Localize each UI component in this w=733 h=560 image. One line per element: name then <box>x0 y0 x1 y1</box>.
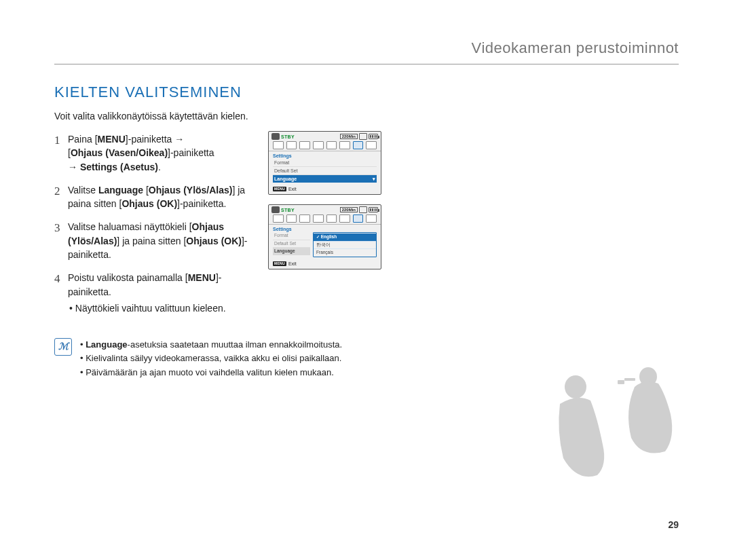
exit-label: Exit <box>288 261 297 266</box>
page-number: 29 <box>668 519 679 530</box>
step-number: 2 <box>54 183 68 211</box>
menu-chip-icon: MENU <box>273 187 286 191</box>
step: 1 Paina [MENU]-painiketta → [Ohjaus (Vas… <box>54 132 255 174</box>
section-intro: Voit valita valikkonäytöissä käytettävän… <box>54 111 679 122</box>
note-icon: ℳ <box>54 338 72 356</box>
section-title: KIELTEN VALITSEMINEN <box>54 83 679 101</box>
battery-icon <box>369 207 378 212</box>
exit-label: Exit <box>288 187 297 191</box>
step: 3 Valitse haluamasi näyttökieli [Ohjaus … <box>54 220 255 261</box>
note-item: Kielivalinta säilyy videokamerassa, vaik… <box>79 352 342 365</box>
status-stby: STBY <box>281 208 295 212</box>
svg-rect-3 <box>624 378 635 381</box>
lcd-illustrations: STBY 220Min Settings Format Default Set … <box>268 128 381 279</box>
header-breadcrumb: Videokameran perustoiminnot <box>54 34 679 64</box>
camera-icon <box>271 206 280 213</box>
language-submenu: English 한국어 Français <box>313 232 377 257</box>
lang-option-korean: 한국어 <box>314 241 376 249</box>
menu-item-default-set: Default Set <box>273 240 310 248</box>
menu-item-format: Format <box>273 232 310 240</box>
lcd-screenshot-1: STBY 220Min Settings Format Default Set … <box>268 131 381 195</box>
lang-option-english-selected: English <box>314 233 376 241</box>
menu-title: Settings <box>269 151 381 159</box>
note-item: Päivämäärän ja ajan muoto voi vaihdella … <box>79 366 342 379</box>
lcd-screenshot-2: STBY 220Min Settings Format Default Set … <box>268 204 381 269</box>
card-icon <box>359 133 367 140</box>
menu-item-default-set: Default Set <box>273 166 377 174</box>
svg-rect-2 <box>618 380 624 384</box>
note-item: Language-asetuksia saatetaan muuttaa ilm… <box>79 338 342 352</box>
step-sub-bullet: Näyttökieli vaihtuu valittuun kieleen. <box>68 301 255 315</box>
tab-bar <box>269 141 381 151</box>
manual-page: Videokameran perustoiminnot KIELTEN VALI… <box>0 0 733 560</box>
menu-chip-icon: MENU <box>273 261 286 266</box>
menu-title: Settings <box>269 225 381 232</box>
status-stby: STBY <box>281 134 295 139</box>
rec-time: 220Min <box>340 207 358 212</box>
people-silhouette-illustration <box>523 363 685 485</box>
step: 2 Valitse Language [Ohjaus (Ylös/Alas)] … <box>54 183 255 211</box>
menu-item-language-selected: Language▾ <box>273 174 377 183</box>
camera-icon <box>271 133 280 140</box>
card-icon <box>359 206 367 213</box>
rec-time: 220Min <box>340 134 358 139</box>
step-number: 3 <box>54 220 68 261</box>
menu-item-language: Language <box>273 247 310 255</box>
step-list: 1 Paina [MENU]-painiketta → [Ohjaus (Vas… <box>54 128 255 324</box>
step-number: 1 <box>54 132 68 174</box>
menu-item-format: Format <box>273 159 377 166</box>
tab-bar <box>269 214 381 225</box>
lang-option-francais: Français <box>314 248 376 257</box>
step-number: 4 <box>54 271 68 315</box>
battery-icon <box>369 134 378 139</box>
step: 4 Poistu valikosta painamalla [MENU]-pai… <box>54 271 255 315</box>
svg-point-0 <box>565 375 586 398</box>
